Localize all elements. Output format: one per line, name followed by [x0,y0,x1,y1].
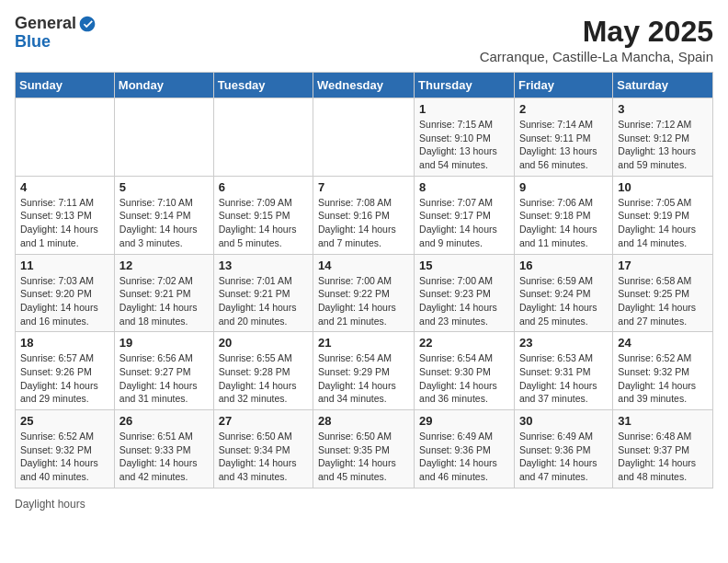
day-info: Sunrise: 6:52 AMSunset: 9:32 PMDaylight:… [20,430,109,484]
calendar-cell: 24Sunrise: 6:52 AMSunset: 9:32 PMDayligh… [613,332,713,410]
day-number: 11 [20,259,109,272]
calendar-cell: 20Sunrise: 6:55 AMSunset: 9:28 PMDayligh… [213,332,313,410]
calendar-day-header: Saturday [613,73,713,98]
day-number: 6 [219,180,308,194]
calendar-day-header: Monday [114,73,213,98]
day-number: 31 [618,414,708,428]
day-info: Sunrise: 7:06 AMSunset: 9:18 PMDaylight:… [519,196,608,250]
calendar-cell: 23Sunrise: 6:53 AMSunset: 9:31 PMDayligh… [514,332,612,410]
calendar-day-header: Thursday [415,73,515,98]
calendar-cell: 26Sunrise: 6:51 AMSunset: 9:33 PMDayligh… [114,410,213,488]
calendar-cell: 12Sunrise: 7:02 AMSunset: 9:21 PMDayligh… [114,254,213,332]
logo-general: General [15,15,76,33]
page-header: General Blue May 2025 Carranque, Castill… [15,15,713,64]
day-info: Sunrise: 7:01 AMSunset: 9:21 PMDaylight:… [219,274,308,328]
day-info: Sunrise: 6:50 AMSunset: 9:35 PMDaylight:… [318,430,409,484]
day-info: Sunrise: 6:51 AMSunset: 9:33 PMDaylight:… [119,430,209,484]
daylight-hours-label: Daylight hours [15,498,85,511]
calendar-day-header: Sunday [16,73,115,98]
calendar-cell: 17Sunrise: 6:58 AMSunset: 9:25 PMDayligh… [613,254,713,332]
day-info: Sunrise: 7:00 AMSunset: 9:22 PMDaylight:… [318,274,409,328]
calendar-cell: 28Sunrise: 6:50 AMSunset: 9:35 PMDayligh… [313,410,415,488]
calendar-cell: 3Sunrise: 7:12 AMSunset: 9:12 PMDaylight… [613,98,713,177]
logo-icon [78,15,97,33]
calendar-day-header: Friday [514,73,612,98]
day-number: 26 [119,414,209,428]
day-info: Sunrise: 7:05 AMSunset: 9:19 PMDaylight:… [618,196,708,250]
calendar-week-row: 1Sunrise: 7:15 AMSunset: 9:10 PMDaylight… [16,98,713,177]
day-info: Sunrise: 7:09 AMSunset: 9:15 PMDaylight:… [219,196,308,250]
day-number: 23 [519,336,608,350]
calendar-cell: 16Sunrise: 6:59 AMSunset: 9:24 PMDayligh… [514,254,612,332]
calendar-day-header: Tuesday [213,73,313,98]
day-info: Sunrise: 7:03 AMSunset: 9:20 PMDaylight:… [20,274,109,328]
calendar-cell: 13Sunrise: 7:01 AMSunset: 9:21 PMDayligh… [213,254,313,332]
calendar-day-header: Wednesday [313,73,415,98]
day-info: Sunrise: 7:12 AMSunset: 9:12 PMDaylight:… [618,118,708,172]
day-number: 20 [219,336,308,350]
day-number: 10 [618,180,708,194]
day-number: 17 [618,259,708,272]
logo-blue: Blue [15,33,97,52]
calendar-cell: 2Sunrise: 7:14 AMSunset: 9:11 PMDaylight… [514,98,612,177]
day-number: 28 [318,414,409,428]
calendar-cell: 10Sunrise: 7:05 AMSunset: 9:19 PMDayligh… [613,176,713,254]
calendar-cell: 31Sunrise: 6:48 AMSunset: 9:37 PMDayligh… [613,410,713,488]
calendar-cell: 21Sunrise: 6:54 AMSunset: 9:29 PMDayligh… [313,332,415,410]
day-number: 7 [318,180,409,194]
calendar-cell: 7Sunrise: 7:08 AMSunset: 9:16 PMDaylight… [313,176,415,254]
day-info: Sunrise: 6:56 AMSunset: 9:27 PMDaylight:… [119,351,209,406]
calendar-cell [313,98,415,177]
calendar-cell: 30Sunrise: 6:49 AMSunset: 9:36 PMDayligh… [514,410,612,488]
logo: General Blue [15,15,97,52]
calendar-table: SundayMondayTuesdayWednesdayThursdayFrid… [15,72,713,488]
day-info: Sunrise: 7:00 AMSunset: 9:23 PMDaylight:… [419,274,509,328]
day-number: 25 [20,414,109,428]
day-info: Sunrise: 7:10 AMSunset: 9:14 PMDaylight:… [119,196,209,250]
footer: Daylight hours [15,498,713,511]
day-info: Sunrise: 6:59 AMSunset: 9:24 PMDaylight:… [519,274,608,328]
calendar-cell: 25Sunrise: 6:52 AMSunset: 9:32 PMDayligh… [16,410,115,488]
day-info: Sunrise: 6:54 AMSunset: 9:30 PMDaylight:… [419,351,509,406]
location-subtitle: Carranque, Castille-La Mancha, Spain [480,49,713,64]
title-section: May 2025 Carranque, Castille-La Mancha, … [480,15,713,64]
day-number: 24 [618,336,708,350]
day-number: 29 [419,414,509,428]
day-info: Sunrise: 7:02 AMSunset: 9:21 PMDaylight:… [119,274,209,328]
day-number: 3 [618,102,708,116]
day-number: 22 [419,336,509,350]
calendar-cell: 19Sunrise: 6:56 AMSunset: 9:27 PMDayligh… [114,332,213,410]
calendar-week-row: 11Sunrise: 7:03 AMSunset: 9:20 PMDayligh… [16,254,713,332]
day-number: 15 [419,259,509,272]
day-number: 1 [419,102,509,116]
day-number: 14 [318,259,409,272]
day-number: 27 [219,414,308,428]
calendar-cell: 6Sunrise: 7:09 AMSunset: 9:15 PMDaylight… [213,176,313,254]
day-info: Sunrise: 7:15 AMSunset: 9:10 PMDaylight:… [419,118,509,172]
calendar-header-row: SundayMondayTuesdayWednesdayThursdayFrid… [16,73,713,98]
day-info: Sunrise: 6:52 AMSunset: 9:32 PMDaylight:… [618,351,708,406]
calendar-week-row: 25Sunrise: 6:52 AMSunset: 9:32 PMDayligh… [16,410,713,488]
calendar-cell: 1Sunrise: 7:15 AMSunset: 9:10 PMDaylight… [415,98,515,177]
day-number: 2 [519,102,608,116]
day-number: 4 [20,180,109,194]
month-year-title: May 2025 [480,15,713,49]
calendar-cell: 8Sunrise: 7:07 AMSunset: 9:17 PMDaylight… [415,176,515,254]
day-number: 21 [318,336,409,350]
day-info: Sunrise: 6:54 AMSunset: 9:29 PMDaylight:… [318,351,409,406]
calendar-cell: 29Sunrise: 6:49 AMSunset: 9:36 PMDayligh… [415,410,515,488]
day-info: Sunrise: 6:53 AMSunset: 9:31 PMDaylight:… [519,351,608,406]
calendar-cell [114,98,213,177]
day-info: Sunrise: 6:48 AMSunset: 9:37 PMDaylight:… [618,430,708,484]
day-info: Sunrise: 6:57 AMSunset: 9:26 PMDaylight:… [20,351,109,406]
day-info: Sunrise: 7:14 AMSunset: 9:11 PMDaylight:… [519,118,608,172]
calendar-cell: 4Sunrise: 7:11 AMSunset: 9:13 PMDaylight… [16,176,115,254]
calendar-cell: 14Sunrise: 7:00 AMSunset: 9:22 PMDayligh… [313,254,415,332]
calendar-cell [213,98,313,177]
calendar-cell: 11Sunrise: 7:03 AMSunset: 9:20 PMDayligh… [16,254,115,332]
calendar-week-row: 18Sunrise: 6:57 AMSunset: 9:26 PMDayligh… [16,332,713,410]
day-number: 16 [519,259,608,272]
calendar-cell: 27Sunrise: 6:50 AMSunset: 9:34 PMDayligh… [213,410,313,488]
calendar-week-row: 4Sunrise: 7:11 AMSunset: 9:13 PMDaylight… [16,176,713,254]
day-info: Sunrise: 6:50 AMSunset: 9:34 PMDaylight:… [219,430,308,484]
